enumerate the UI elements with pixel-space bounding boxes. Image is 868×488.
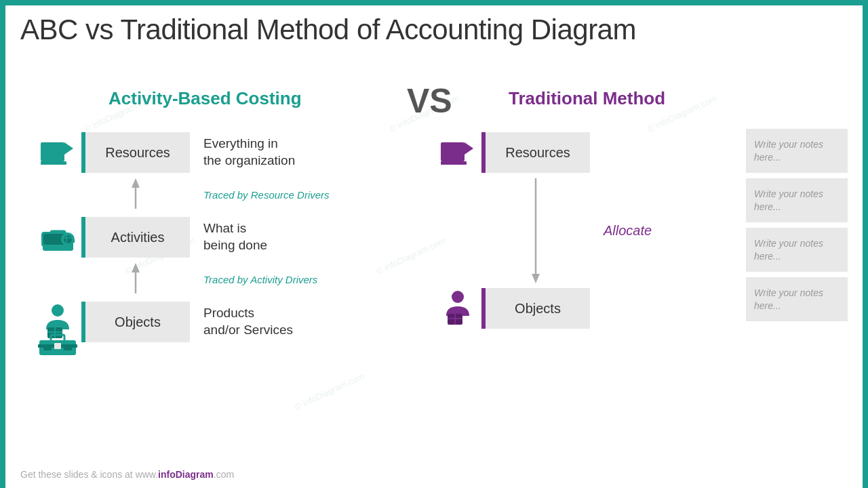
svg-rect-15 [441, 142, 465, 161]
note-4: Write your notes here... [746, 277, 848, 321]
abc-resources-icon [34, 129, 81, 176]
svg-marker-10 [132, 263, 140, 272]
trad-objects-icon [434, 285, 481, 332]
traced-activity-drivers: Traced by Activity Drivers [203, 274, 317, 285]
svg-rect-0 [41, 142, 64, 161]
abc-activities-label: Activities [81, 217, 190, 258]
svg-rect-34 [43, 348, 52, 350]
vs-label: VS [407, 81, 452, 121]
svg-rect-31 [51, 335, 64, 342]
svg-point-11 [52, 304, 64, 317]
abc-header: Activity-Based Costing [108, 88, 302, 109]
svg-marker-4 [132, 178, 140, 188]
left-accent-bar [0, 0, 5, 488]
note-1: Write your notes here... [746, 129, 848, 173]
abc-resources-label: Resources [81, 132, 190, 173]
footer: Get these slides & icons at www.infoDiag… [20, 469, 234, 480]
abc-diagram: Resources Everything inthe organization … [34, 129, 414, 346]
allocate-label: Allocate [604, 223, 652, 239]
svg-point-27 [64, 235, 72, 243]
top-accent-bar [0, 0, 868, 5]
abc-objects-row: Objects Productsand/or Services [34, 298, 414, 346]
svg-rect-2 [41, 161, 66, 165]
abc-resources-row: Resources Everything inthe organization [34, 129, 414, 176]
small-toolbox-icon [34, 324, 81, 361]
abc-resources-desc: Everything inthe organization [203, 136, 295, 169]
abc-objects-desc: Productsand/or Services [203, 305, 293, 338]
svg-rect-33 [54, 343, 61, 349]
abc-activities-row: Activities What isbeing done [34, 214, 414, 261]
content-area: Activity-Based Costing VS Traditional Me… [20, 88, 848, 447]
note-3: Write your notes here... [746, 228, 848, 272]
notes-column: Write your notes here... Write your note… [746, 129, 848, 321]
page-title: ABC vs Traditional Method of Accounting … [20, 14, 636, 46]
traced-resource-drivers: Traced by Resource Drivers [203, 189, 330, 201]
abc-activities-desc: What isbeing done [203, 220, 267, 253]
svg-marker-19 [532, 274, 540, 283]
trad-resources-label: Resources [481, 132, 590, 173]
arrow-activities-objects: Traced by Activity Drivers [34, 261, 414, 298]
arrow-resources-activities: Traced by Resource Drivers [34, 176, 414, 214]
trad-resources-icon [434, 129, 481, 176]
abc-objects-label: Objects [81, 302, 190, 342]
svg-rect-35 [64, 348, 72, 350]
note-2: Write your notes here... [746, 178, 848, 222]
trad-objects-label: Objects [481, 288, 590, 329]
tape-measure-icon [34, 220, 81, 258]
svg-rect-17 [441, 161, 467, 165]
trad-header: Traditional Method [509, 88, 665, 109]
footer-brand: infoDiagram [158, 469, 214, 480]
svg-marker-1 [64, 142, 73, 155]
svg-point-20 [452, 291, 464, 303]
right-accent-bar [863, 0, 868, 488]
svg-marker-16 [465, 142, 473, 155]
